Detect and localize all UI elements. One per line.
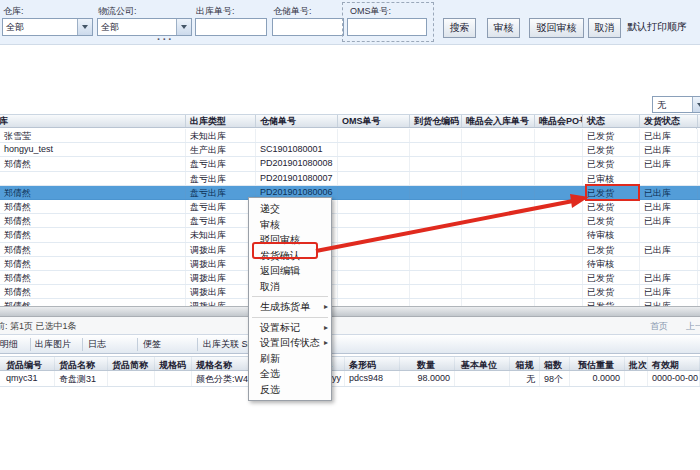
outbound-no-input[interactable] xyxy=(195,18,267,36)
table-cell: 已出库 xyxy=(640,299,698,306)
table-row[interactable]: hongyu_test生产出库SC1901080001已发货已出库 xyxy=(0,143,700,157)
context-menu-item-label: 设置回传状态 xyxy=(260,337,320,348)
table-cell: 已发货 xyxy=(583,243,640,256)
context-menu-item-设置标记[interactable]: 设置标记▸ xyxy=(249,320,331,336)
tab-outbound-detail[interactable]: 出库明细 xyxy=(0,335,18,354)
context-menu-item-返回编辑[interactable]: 返回编辑 xyxy=(249,263,331,279)
table-row[interactable]: 郑倩然调拨出库已发货已出库 xyxy=(0,271,700,285)
table-cell xyxy=(462,228,535,241)
table-row[interactable]: 郑倩然盘亏出库已发货已出库 xyxy=(0,214,700,228)
warehouse-select[interactable]: 全部 xyxy=(2,18,93,36)
table-row[interactable]: 郑倩然盘亏出库PD201901080006已发货已出库 xyxy=(0,186,700,200)
context-menu-item-全选[interactable]: 全选 xyxy=(249,366,331,382)
table-cell: 郑倩然 xyxy=(0,214,186,227)
table-cell: 郑倩然 xyxy=(0,299,186,306)
detail-column-header[interactable]: 货品简称 xyxy=(108,357,155,370)
context-menu-item-label: 生成拣货单 xyxy=(260,301,310,312)
table-cell: 已出库 xyxy=(640,271,698,284)
detail-column-header[interactable]: 货品编号 xyxy=(2,357,55,370)
table-row[interactable]: 张雪莹未知出库已发货已出库 xyxy=(0,129,700,143)
chevron-down-icon[interactable] xyxy=(77,19,92,35)
table-cell: 盘亏出库 xyxy=(186,214,256,227)
tab-outbound-images[interactable]: 出库图片 xyxy=(35,335,71,354)
detail-column-header[interactable]: 数量 xyxy=(400,357,455,370)
detail-column-header[interactable]: 箱规 xyxy=(512,357,540,370)
detail-column-header[interactable]: 条形码 xyxy=(345,357,400,370)
table-cell xyxy=(410,299,462,306)
pager-first-page[interactable]: 首页 xyxy=(650,320,668,333)
search-button[interactable]: 搜索 xyxy=(443,18,476,38)
detail-table-cell: 0.0000 xyxy=(570,371,625,386)
table-cell xyxy=(338,299,410,306)
tab-note[interactable]: 便签 xyxy=(143,335,161,354)
table-cell xyxy=(410,186,462,199)
column-header[interactable]: 到货仓编码 xyxy=(410,115,462,127)
cancel-button[interactable]: 取消 xyxy=(588,18,621,38)
table-row[interactable]: 郑倩然调拨出库已发货已出库 xyxy=(0,243,700,257)
splitter-bar[interactable] xyxy=(0,306,700,317)
pager-prev-page[interactable]: 上一页 xyxy=(686,320,700,333)
table-row[interactable]: 郑倩然未知出库待审核 xyxy=(0,228,700,242)
panel-expander[interactable]: ··· xyxy=(157,33,174,45)
column-header[interactable]: 仓库 xyxy=(0,115,186,127)
table-row[interactable]: 郑倩然盘亏出库已发货已出库 xyxy=(0,200,700,214)
table-row[interactable]: 郑倩然调拨出库已发货已出库 xyxy=(0,285,700,299)
detail-column-header[interactable]: 规格码 xyxy=(155,357,192,370)
context-menu-item-取消[interactable]: 取消 xyxy=(249,279,331,295)
context-menu-item-设置回传状态[interactable]: 设置回传状态▸ xyxy=(249,335,331,351)
column-header[interactable]: 状态 xyxy=(583,115,640,127)
table-cell: PD201901080007 xyxy=(256,172,338,185)
table-cell xyxy=(338,243,410,256)
detail-table-cell: 奇盘测31 xyxy=(55,371,108,386)
detail-column-header[interactable]: 基本单位 xyxy=(457,357,510,370)
print-order-select[interactable]: 无 xyxy=(652,96,700,113)
table-cell xyxy=(338,157,410,170)
detail-column-header[interactable]: 箱数 xyxy=(540,357,570,370)
detail-table-row[interactable]: qmyc31奇盘测31颜色分类:W45yyyyyypdcs94898.0000无… xyxy=(0,371,700,387)
detail-column-header[interactable]: 批次 xyxy=(625,357,648,370)
table-row[interactable]: 盘亏出库PD201901080007已审核 xyxy=(0,172,700,186)
logistics-select[interactable]: 全部 xyxy=(97,18,192,36)
oms-no-input[interactable] xyxy=(347,18,427,36)
audit-button[interactable]: 审核 xyxy=(487,18,520,38)
table-cell xyxy=(410,200,462,213)
detail-table-cell: 98.0000 xyxy=(400,371,455,386)
table-cell xyxy=(535,143,583,156)
column-header[interactable]: 出库类型 xyxy=(186,115,256,127)
column-header[interactable]: 唯品会PO号 xyxy=(535,115,583,127)
column-header[interactable]: 仓储单号 xyxy=(256,115,338,127)
chevron-down-icon[interactable] xyxy=(692,97,700,112)
context-menu-item-递交[interactable]: 递交 xyxy=(249,201,331,217)
table-cell: 已出库 xyxy=(640,214,698,227)
detail-table-cell: 无 xyxy=(512,371,540,386)
context-menu-item-label: 取消 xyxy=(260,281,280,292)
column-header[interactable]: 唯品会入库单号 xyxy=(462,115,535,127)
tab-log[interactable]: 日志 xyxy=(88,335,106,354)
column-header[interactable]: OMS单号 xyxy=(338,115,410,127)
table-cell xyxy=(338,143,410,156)
table-cell: 调拨出库 xyxy=(186,271,256,284)
table-row[interactable]: 郑倩然调拨出库已发货已出库 xyxy=(0,299,700,306)
reject-audit-button[interactable]: 驳回审核 xyxy=(529,18,584,38)
context-menu-item-发货确认[interactable]: 发货确认 xyxy=(249,248,331,264)
storage-no-input[interactable] xyxy=(272,18,344,36)
column-header[interactable]: 发货状态 xyxy=(640,115,698,127)
table-cell xyxy=(535,129,583,142)
context-menu-item-生成拣货单[interactable]: 生成拣货单▸ xyxy=(249,299,331,315)
tab-outbound-related-sn[interactable]: 出库关联 SN xyxy=(203,335,254,354)
context-menu-item-刷新[interactable]: 刷新 xyxy=(249,351,331,367)
table-row[interactable]: 郑倩然盘亏出库PD201901080008已发货已出库 xyxy=(0,157,700,171)
table-cell: 郑倩然 xyxy=(0,157,186,170)
detail-column-header[interactable]: 货品名称 xyxy=(55,357,108,370)
chevron-down-icon[interactable] xyxy=(176,19,191,35)
context-menu-item-反选[interactable]: 反选 xyxy=(249,382,331,398)
context-menu-item-驳回审核[interactable]: 驳回审核 xyxy=(249,232,331,248)
warehouse-label: 仓库: xyxy=(3,5,24,18)
detail-column-header[interactable]: 预估重量 xyxy=(570,357,625,370)
table-row[interactable]: 郑倩然调拨出库待审核 xyxy=(0,257,700,271)
table-cell xyxy=(462,299,535,306)
detail-column-header[interactable]: 有效期 xyxy=(648,357,700,370)
default-print-order-button[interactable]: 默认打印顺序 xyxy=(627,20,687,34)
context-menu-item-审核[interactable]: 审核 xyxy=(249,217,331,233)
table-cell: SC1901080001 xyxy=(256,143,338,156)
